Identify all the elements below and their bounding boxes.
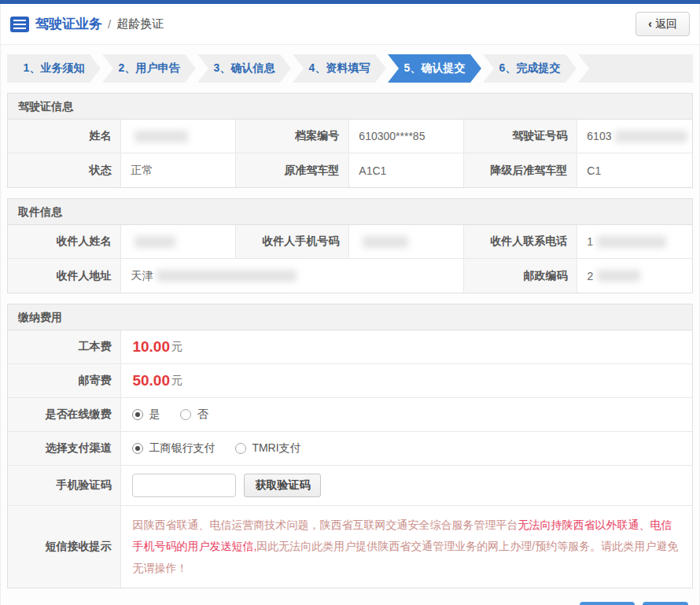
sms-notice-row: 短信接收提示 因陕西省联通、电信运营商技术问题，陕西省互联网交通安全综合服务管理… [8,506,692,588]
field-value [121,225,236,258]
field-label: 邮政编码 [464,259,577,293]
field-value: 6103 [577,120,692,153]
mailing-fee-row: 邮寄费 50.00 元 [8,364,692,398]
step-5[interactable]: 5、确认提交 [388,54,481,83]
field-value-text: 正常 [131,164,153,178]
radio-option[interactable]: 否 [180,408,208,422]
table-row: 姓名档案编号610300****85驾驶证号码6103 [8,120,692,153]
field-value-text: 610300****85 [359,130,425,142]
field-value: 1 [577,225,692,258]
production-fee-row: 工本费 10.00 元 [8,330,692,364]
field-label: 状态 [8,153,121,187]
page-header: 驾驶证业务 / 超龄换证 ‹返回 [1,4,699,45]
breadcrumb-separator: / [108,17,111,31]
radio-option-label: TMRI支付 [252,441,300,456]
radio-option-label: 否 [197,408,208,422]
field-value: 610300****85 [349,120,464,153]
redacted-text [597,270,640,282]
back-button[interactable]: ‹返回 [636,12,690,36]
redacted-text [597,236,666,248]
section-pickup-info: 取件信息 收件人姓名收件人手机号码收件人联系电话1收件人地址天津邮政编码2 [7,198,693,293]
step-6[interactable]: 6、完成提交 [483,54,577,83]
redacted-text [615,131,687,142]
page-title: 超龄换证 [116,17,164,31]
radio-option[interactable]: 工商银行支付 [132,441,215,456]
mailing-fee-label: 邮寄费 [8,364,121,397]
field-value-text: C1 [587,164,601,177]
step-4[interactable]: 4、资料填写 [293,54,386,83]
field-label: 姓名 [8,120,121,153]
field-label: 收件人手机号码 [236,225,349,258]
radio-option[interactable]: TMRI支付 [235,441,300,456]
app-title: 驾驶证业务 [35,15,102,33]
radio-selected-icon[interactable] [132,409,143,420]
section-license-info: 驾驶证信息 姓名档案编号610300****85驾驶证号码6103状态正常原准驾… [7,93,693,188]
production-fee-amount: 10.00 [132,338,170,356]
field-value-text: 天津 [131,269,153,283]
radio-option-label: 工商银行支付 [149,441,215,456]
mailing-fee-unit: 元 [171,374,182,388]
previous-step-button[interactable]: 上一步 [580,602,635,605]
step-3[interactable]: 3、确认信息 [197,54,291,83]
step-2[interactable]: 2、用户申告 [102,54,196,83]
field-label: 降级后准驾车型 [464,153,577,187]
step-nav-filler [578,54,693,83]
online-payment-label: 是否在线缴费 [8,398,121,431]
table-row: 收件人地址天津邮政编码2 [8,259,692,293]
get-code-button[interactable]: 获取验证码 [244,474,321,497]
page-container: 驾驶证业务 / 超龄换证 ‹返回 1、业务须知2、用户申告3、确认信息4、资料填… [0,4,700,605]
payment-channel-row: 选择支付渠道 工商银行支付TMRI支付 [8,432,692,466]
verification-code-input[interactable] [132,474,236,497]
verification-code-label: 手机验证码 [8,466,121,505]
field-label: 收件人姓名 [8,225,121,258]
mailing-fee-amount: 50.00 [132,372,170,389]
field-label: 原准驾车型 [236,153,349,187]
field-value-text: A1C1 [359,164,386,177]
sms-notice-text: 因陕西省联通、电信运营商技术问题，陕西省互联网交通安全综合服务管理平台无法向持陕… [121,506,692,588]
verification-code-row: 手机验证码 获取验证码 [8,466,692,506]
step-1[interactable]: 1、业务须知 [7,54,101,83]
chevron-left-icon: ‹ [648,17,652,30]
field-value-text: 2 [587,270,593,282]
production-fee-unit: 元 [171,340,182,354]
notice-segment: 因陕西省联通、电信运营商技术问题，陕西省互联网交通安全综合服务管理平台 [132,518,518,531]
back-button-label: 返回 [655,17,677,30]
section-fees: 缴纳费用 工本费 10.00 元 邮寄费 50.00 元 是否在线缴费 是否 选… [7,304,693,588]
table-row: 收件人姓名收件人手机号码收件人联系电话1 [8,225,692,259]
license-info-table: 姓名档案编号610300****85驾驶证号码6103状态正常原准驾车型A1C1… [8,120,692,187]
field-label: 驾驶证号码 [464,120,577,153]
section-title-pickup: 取件信息 [8,199,692,225]
production-fee-label: 工本费 [8,330,121,363]
field-label: 收件人联系电话 [464,225,577,258]
radio-selected-icon[interactable] [132,443,143,454]
list-icon [10,17,29,32]
field-value: 正常 [121,153,236,187]
section-title-fees: 缴纳费用 [8,304,692,330]
radio-unselected-icon[interactable] [180,409,191,420]
field-value [121,120,236,153]
payment-channel-label: 选择支付渠道 [8,432,121,465]
field-value [349,225,464,258]
section-title-license: 驾驶证信息 [8,94,692,120]
redacted-text [134,131,188,142]
online-payment-row: 是否在线缴费 是否 [8,398,692,432]
radio-option-label: 是 [149,408,160,422]
redacted-text [157,270,297,282]
field-value: 天津 [121,259,464,293]
redacted-text [363,236,408,248]
online-payment-options: 是否 [121,398,692,431]
step-nav: 1、业务须知2、用户申告3、确认信息4、资料填写5、确认提交6、完成提交 [7,54,693,83]
field-label: 档案编号 [236,120,349,153]
finish-button[interactable]: 完成 [643,602,688,605]
radio-unselected-icon[interactable] [235,443,246,454]
field-value-text: 6103 [587,130,611,142]
field-value-text: 1 [587,235,593,248]
field-value: 2 [577,259,692,293]
footer-actions: 上一步 完成 [7,602,688,605]
radio-option[interactable]: 是 [132,408,160,422]
table-row: 状态正常原准驾车型A1C1降级后准驾车型C1 [8,153,692,187]
sms-notice-label: 短信接收提示 [8,506,121,588]
field-value: C1 [577,153,692,187]
field-value: A1C1 [349,153,464,187]
pickup-info-table: 收件人姓名收件人手机号码收件人联系电话1收件人地址天津邮政编码2 [8,225,692,293]
